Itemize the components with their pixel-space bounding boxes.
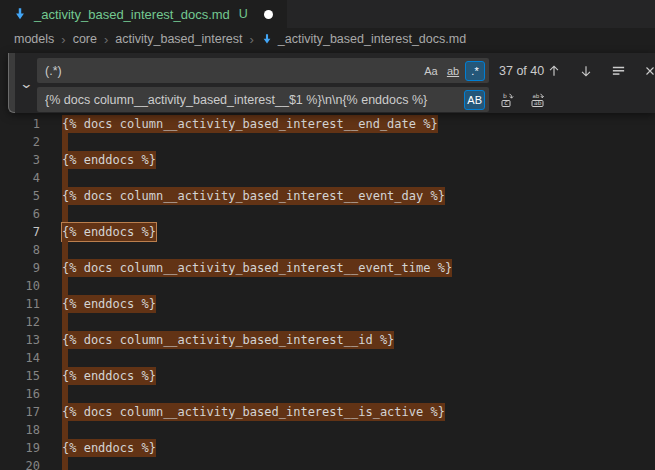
unsaved-dot-icon[interactable] <box>264 10 273 19</box>
empty-line-find-match <box>62 349 68 367</box>
editor-tab[interactable]: _activity_based_interest_docs.md U <box>0 0 287 28</box>
line-number[interactable]: 5 <box>0 187 40 205</box>
find-row: (.*) Aa ab .* 37 of 40 <box>37 58 655 83</box>
find-match: {% docs column__activity_based_interest_… <box>62 115 438 133</box>
breadcrumb-item-core[interactable]: core <box>73 32 97 46</box>
code-line[interactable]: 16 <box>0 385 655 403</box>
code-line[interactable]: 9{% docs column__activity_based_interest… <box>0 259 655 277</box>
line-text <box>62 277 68 295</box>
line-number[interactable]: 19 <box>0 439 40 457</box>
find-input[interactable]: (.*) Aa ab .* <box>37 58 489 83</box>
line-number[interactable]: 13 <box>0 331 40 349</box>
match-case-toggle[interactable]: Aa <box>421 61 441 81</box>
code-line[interactable]: 7{% enddocs %} <box>0 223 655 241</box>
empty-line-find-match <box>62 169 68 187</box>
replace-all-button[interactable]: ab ab <box>528 90 548 110</box>
line-text <box>62 205 68 223</box>
line-number[interactable]: 6 <box>0 205 40 223</box>
breadcrumb-item-file[interactable]: _activity_based_interest_docs.md <box>278 32 466 46</box>
toggle-replace-chevron-down-icon[interactable]: ⌄ <box>19 76 33 91</box>
close-icon[interactable] <box>640 61 655 81</box>
line-text: {% enddocs %} <box>62 151 156 169</box>
code-lines: 1{% docs column__activity_based_interest… <box>0 50 655 470</box>
line-number[interactable]: 8 <box>0 241 40 259</box>
line-number[interactable]: 16 <box>0 385 40 403</box>
next-match-button[interactable] <box>576 61 596 81</box>
previous-match-button[interactable] <box>544 61 564 81</box>
code-line[interactable]: 5{% docs column__activity_based_interest… <box>0 187 655 205</box>
code-line[interactable]: 3{% enddocs %} <box>0 151 655 169</box>
code-line[interactable]: 14 <box>0 349 655 367</box>
empty-line-find-match <box>62 241 68 259</box>
line-number[interactable]: 4 <box>0 169 40 187</box>
line-text: {% docs column__activity_based_interest_… <box>62 403 445 421</box>
line-number[interactable]: 17 <box>0 403 40 421</box>
line-number[interactable]: 3 <box>0 151 40 169</box>
empty-line-find-match <box>62 277 68 295</box>
replace-button[interactable]: b c <box>498 90 518 110</box>
find-widget: ⌄ (.*) Aa ab .* 37 of 40 <box>8 53 655 113</box>
line-text <box>62 421 68 439</box>
svg-text:ab: ab <box>533 93 540 99</box>
code-line[interactable]: 13{% docs column__activity_based_interes… <box>0 331 655 349</box>
line-number[interactable]: 1 <box>0 115 40 133</box>
chevron-right-icon: › <box>248 32 254 47</box>
regex-toggle[interactable]: .* <box>465 61 485 81</box>
code-line[interactable]: 1{% docs column__activity_based_interest… <box>0 115 655 133</box>
line-number[interactable]: 11 <box>0 295 40 313</box>
git-status-badge: U <box>239 7 248 21</box>
editor-pane[interactable]: 1{% docs column__activity_based_interest… <box>0 50 655 470</box>
line-text: {% enddocs %} <box>62 223 156 241</box>
line-number[interactable]: 20 <box>0 457 40 470</box>
line-number[interactable]: 10 <box>0 277 40 295</box>
line-number[interactable]: 18 <box>0 421 40 439</box>
find-widget-resize-sash[interactable] <box>8 53 15 113</box>
line-text <box>62 457 68 470</box>
tab-bar: _activity_based_interest_docs.md U <box>0 0 655 28</box>
find-match: {% docs column__activity_based_interest_… <box>62 259 452 277</box>
line-number[interactable]: 14 <box>0 349 40 367</box>
line-text: {% enddocs %} <box>62 367 156 385</box>
line-number[interactable]: 2 <box>0 133 40 151</box>
chevron-right-icon: › <box>103 32 109 47</box>
code-line[interactable]: 4 <box>0 169 655 187</box>
breadcrumb-item-folder[interactable]: activity_based_interest <box>115 32 242 46</box>
code-line[interactable]: 10 <box>0 277 655 295</box>
find-in-selection-icon[interactable] <box>608 61 628 81</box>
code-line[interactable]: 12 <box>0 313 655 331</box>
svg-text:ab: ab <box>534 99 542 106</box>
line-number[interactable]: 15 <box>0 367 40 385</box>
find-match: {% docs column__activity_based_interest_… <box>62 331 394 349</box>
line-number[interactable]: 7 <box>0 223 40 241</box>
code-line[interactable]: 2 <box>0 133 655 151</box>
find-match: {% docs column__activity_based_interest_… <box>62 403 445 421</box>
empty-line-find-match <box>62 385 68 403</box>
line-text <box>62 385 68 403</box>
line-text <box>62 241 68 259</box>
match-count: 37 of 40 <box>499 64 544 78</box>
code-line[interactable]: 20 <box>0 457 655 470</box>
code-line[interactable]: 8 <box>0 241 655 259</box>
tab-filename: _activity_based_interest_docs.md <box>34 7 230 22</box>
preserve-case-toggle[interactable]: AB <box>464 90 485 110</box>
current-find-match: {% enddocs %} <box>62 223 156 241</box>
code-line[interactable]: 19{% enddocs %} <box>0 439 655 457</box>
breadcrumb-item-models[interactable]: models <box>14 32 54 46</box>
find-match: {% enddocs %} <box>62 295 156 313</box>
code-line[interactable]: 15{% enddocs %} <box>0 367 655 385</box>
line-number[interactable]: 12 <box>0 313 40 331</box>
code-line[interactable]: 11{% enddocs %} <box>0 295 655 313</box>
code-line[interactable]: 18 <box>0 421 655 439</box>
empty-line-find-match <box>62 133 68 151</box>
code-line[interactable]: 6 <box>0 205 655 223</box>
markdown-file-icon <box>261 33 273 45</box>
line-text <box>62 169 68 187</box>
replace-row: {% docs column__activity_based_interest_… <box>37 87 655 112</box>
line-text <box>62 313 68 331</box>
svg-text:b: b <box>503 92 507 99</box>
line-text <box>62 133 68 151</box>
whole-word-toggle[interactable]: ab <box>443 61 463 81</box>
replace-input[interactable]: {% docs column__activity_based_interest_… <box>37 87 489 112</box>
line-number[interactable]: 9 <box>0 259 40 277</box>
code-line[interactable]: 17{% docs column__activity_based_interes… <box>0 403 655 421</box>
